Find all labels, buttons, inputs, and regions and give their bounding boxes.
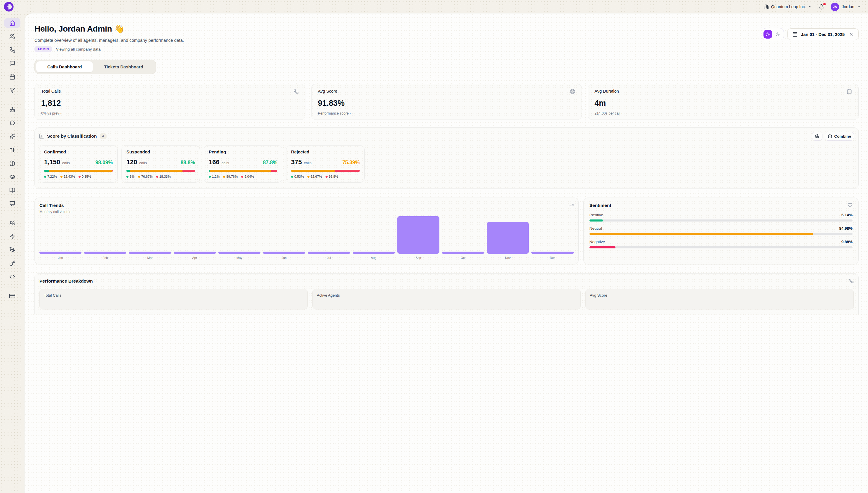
legend-dot-icon xyxy=(209,176,211,178)
phone-icon xyxy=(293,89,299,94)
sidebar-item-home[interactable] xyxy=(4,18,20,28)
viewing-note: Viewing all company data xyxy=(56,47,101,51)
sidebar-item-presentation[interactable] xyxy=(4,199,20,208)
bar-segment xyxy=(210,170,271,172)
legend-item: 5% xyxy=(127,175,135,178)
sidebar-item-sparkles[interactable] xyxy=(4,131,20,141)
chart-bar-jan[interactable] xyxy=(40,252,82,254)
settings-button[interactable] xyxy=(812,132,822,141)
calendar-icon xyxy=(9,74,15,80)
chart-bar-may[interactable] xyxy=(219,252,260,254)
sidebar-item-users-2[interactable] xyxy=(4,218,20,228)
legend-dot-icon xyxy=(291,176,293,178)
classification-bar xyxy=(209,170,277,172)
message-square-icon xyxy=(9,61,15,66)
sentiment-fill xyxy=(590,233,813,235)
sidebar-item-users[interactable] xyxy=(4,31,20,41)
stat-note: 0% vs prev · xyxy=(41,111,299,115)
sidebar-item-credit-card[interactable] xyxy=(4,291,20,301)
month-label: Dec xyxy=(531,256,573,259)
tab-calls-dashboard[interactable]: Calls Dashboard xyxy=(36,61,93,72)
bar-segment xyxy=(112,170,113,172)
legend-item: 36.8% xyxy=(325,175,338,178)
month-label: Mar xyxy=(129,256,171,259)
sidebar-item-filter[interactable] xyxy=(4,85,20,95)
notifications-button[interactable] xyxy=(819,4,824,9)
chart-bar-sep[interactable] xyxy=(397,216,439,254)
bar-segment xyxy=(49,170,112,172)
bar-chart-icon xyxy=(39,134,44,139)
chart-bar-aug[interactable] xyxy=(353,252,395,254)
sentiment-title: Sentiment xyxy=(590,203,611,208)
sidebar-item-zap[interactable] xyxy=(4,232,20,241)
app-logo[interactable] xyxy=(3,1,14,12)
sidebar-item-message-circle[interactable] xyxy=(4,118,20,128)
date-range-button[interactable]: Jan 01 - Dec 31, 2025 xyxy=(787,28,859,40)
trending-up-icon xyxy=(569,203,574,208)
chart-bar-nov[interactable] xyxy=(487,222,529,254)
sentiment-track xyxy=(590,233,852,235)
combine-button[interactable]: Combine xyxy=(825,132,854,141)
stat-note: Performance score · xyxy=(318,111,575,115)
calendar-icon xyxy=(847,89,852,94)
dashboard-tabs: Calls DashboardTickets Dashboard xyxy=(35,60,156,74)
sidebar-item-key[interactable] xyxy=(4,258,20,268)
sidebar-divider xyxy=(6,286,18,286)
sidebar-item-book-open[interactable] xyxy=(4,185,20,195)
layers-icon xyxy=(828,134,832,138)
classification-calls: 120 xyxy=(127,158,137,166)
sidebar-item-arrows-up-down[interactable] xyxy=(4,145,20,155)
bar-segment xyxy=(271,170,277,172)
legend-dot-icon xyxy=(44,176,46,178)
bar-segment xyxy=(182,170,195,172)
legend-dot-icon xyxy=(223,176,225,178)
legend-dot-icon xyxy=(156,176,158,178)
sidebar-item-phone[interactable] xyxy=(4,45,20,55)
close-icon xyxy=(849,32,854,37)
user-menu[interactable]: JA Jordan xyxy=(831,3,861,11)
brain-icon xyxy=(9,160,15,166)
sidebar-item-code[interactable] xyxy=(4,272,20,281)
org-switcher[interactable]: Quantum Leap Inc. xyxy=(764,4,812,9)
stat-label: Total Calls xyxy=(41,89,61,93)
classification-card-rejected: Rejected375calls75.39%0.53%62.67%36.8% xyxy=(286,145,365,183)
stat-value: 4m xyxy=(594,99,852,108)
legend-item: 1.2% xyxy=(209,175,220,178)
sidebar-item-calendar[interactable] xyxy=(4,72,20,82)
chart-bar-jun[interactable] xyxy=(263,252,305,254)
performance-subcard-avg-score: Avg Score xyxy=(586,289,854,309)
sidebar-item-brain[interactable] xyxy=(4,158,20,168)
chart-bar-dec[interactable] xyxy=(531,252,573,254)
chart-bar-apr[interactable] xyxy=(174,252,216,254)
month-label: Nov xyxy=(487,256,529,259)
performance-subcard-active-agents: Active Agents xyxy=(313,289,581,309)
sidebar-item-graduation-cap[interactable] xyxy=(4,172,20,181)
bar-segment xyxy=(130,170,182,172)
light-mode-button[interactable] xyxy=(763,30,772,39)
chart-bar-feb[interactable] xyxy=(84,252,126,254)
month-label: Aug xyxy=(353,256,395,259)
users-icon xyxy=(9,34,15,40)
tab-tickets-dashboard[interactable]: Tickets Dashboard xyxy=(93,61,154,72)
classification-calls: 1,150 xyxy=(44,158,60,166)
sentiment-label: Negative xyxy=(590,240,605,244)
legend-item: 18.33% xyxy=(156,175,171,178)
chart-bar-mar[interactable] xyxy=(129,252,171,254)
call-trends-subtitle: Monthly call volume xyxy=(40,210,71,214)
sidebar-item-pen-tool[interactable] xyxy=(4,245,20,255)
chart-bar-jul[interactable] xyxy=(308,252,350,254)
moon-icon xyxy=(775,32,780,37)
chart-bar-oct[interactable] xyxy=(442,252,484,254)
classification-name: Pending xyxy=(209,149,277,154)
call-trends-title: Call Trends xyxy=(40,203,71,208)
dark-mode-button[interactable] xyxy=(773,30,782,39)
clear-date-button[interactable] xyxy=(849,32,854,37)
sentiment-row-positive: Positive5.14% xyxy=(590,213,852,221)
performance-column-label: Active Agents xyxy=(317,293,576,298)
sidebar-item-message-square[interactable] xyxy=(4,59,20,68)
page-title: Hello, Jordan Admin 👋 xyxy=(35,24,184,34)
sidebar-item-bot[interactable] xyxy=(4,105,20,114)
legend-item: 9.04% xyxy=(241,175,254,178)
user-name: Jordan xyxy=(842,4,854,9)
sidebar-divider xyxy=(6,213,18,213)
